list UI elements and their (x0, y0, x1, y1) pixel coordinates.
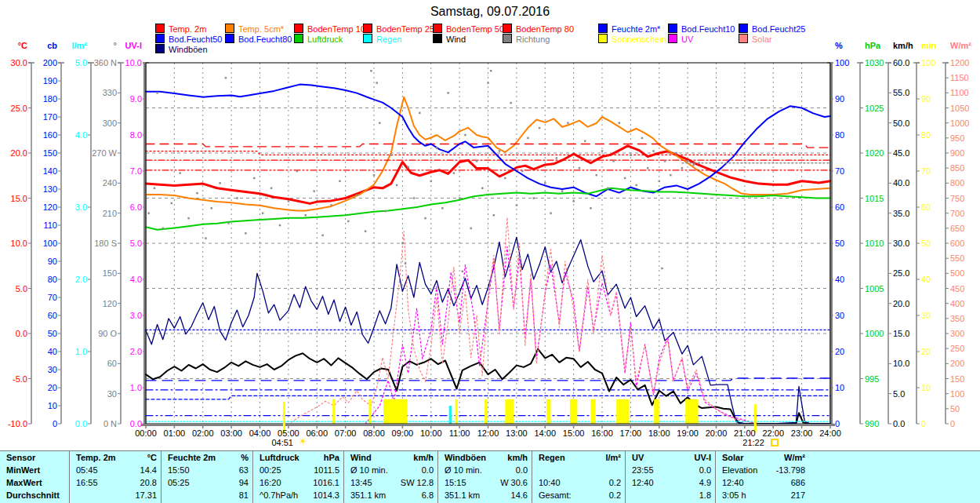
table-row: Ø 10 min.0.0 (438, 465, 532, 477)
axis-tick-label-wm2: 600 (950, 239, 964, 248)
scatter-dot-Richtung (490, 70, 492, 72)
x-axis-label: 02:00 (187, 428, 219, 438)
table-cell-value: UV-I (695, 452, 711, 464)
x-axis-label: 13:00 (501, 428, 532, 438)
table-cell-value: 1014.3 (313, 490, 339, 501)
scatter-dot-Richtung (499, 150, 501, 152)
axis-tick-label-deg: 240 (70, 179, 117, 188)
x-axis-label: 00:00 (130, 428, 162, 438)
axis-tick-label-cb: 110 (10, 221, 57, 230)
axis-tick-label-wm2: 1050 (950, 104, 969, 113)
table-cell-value: 20.8 (140, 477, 157, 489)
axis-unit-label-wm2: W/m² (950, 42, 971, 50)
x-axis-label: 19:00 (672, 428, 703, 438)
scatter-dot-Richtung (670, 174, 672, 177)
axis-tick-label-kmh: 30.0 (893, 239, 909, 248)
axis-tick-label-wm2: 500 (950, 269, 964, 278)
axis-tick-label-kmh: 0.0 (893, 420, 905, 428)
table-cell-time: 05:45 (76, 465, 98, 476)
scatter-dot-Richtung (407, 166, 409, 169)
table-cell-time: Windböen (445, 452, 486, 464)
axis-tick-label-wm2: 1150 (950, 74, 969, 82)
scatter-dot-Richtung (227, 222, 230, 224)
x-axis-label: 04:00 (245, 428, 276, 438)
axis-tick-label-hPa: 1020 (865, 149, 884, 158)
x-axis-label: 03:00 (216, 428, 247, 438)
axis-tick-label-lm2: 1.0 (40, 348, 87, 356)
axis-tick-label-wm2: 450 (950, 285, 964, 293)
table-cell-time: MaxWert (6, 477, 42, 489)
table-cell-value: SW 12.8 (401, 477, 434, 489)
axis-tick-label-kmh: 35.0 (893, 210, 909, 218)
table-cell-time: 15:15 (445, 477, 466, 489)
axis-tick-label-min: 0 (921, 420, 926, 428)
table-cell-value: 4.9 (699, 477, 711, 489)
axis-tick-label-wm2: 1200 (950, 59, 969, 67)
axis-tick-label-C: -5.0 (0, 375, 27, 384)
table-column-Feuchte 2m: Feuchte 2m%15:506305:259481 (161, 451, 253, 503)
scatter-dot-Richtung (210, 207, 212, 210)
scatter-dot-Richtung (370, 70, 372, 72)
scatter-dot-Richtung (590, 207, 592, 210)
axis-tick-label-cb: 130 (10, 185, 57, 194)
bar-Sonnenschein (383, 399, 408, 424)
scatter-dot-Richtung (436, 147, 438, 149)
sunset-sun-icon (771, 439, 779, 447)
scatter-dot-Richtung (641, 137, 644, 140)
axis-unit-label-min: min (921, 42, 937, 50)
scatter-dot-Richtung (459, 197, 461, 199)
scatter-dot-Richtung (419, 112, 421, 115)
x-axis-label: 09:00 (387, 428, 418, 438)
axis-tick-label-uvi: 4.0 (95, 275, 142, 284)
bar-Sonnenschein (616, 399, 629, 424)
scatter-dot-Richtung (245, 232, 247, 235)
axis-tick-label-lm2: 4.0 (40, 131, 87, 140)
table-row: 15:5063 (162, 465, 253, 477)
scatter-dot-Richtung (379, 122, 381, 124)
table-cell-value: 686 (791, 477, 805, 489)
scatter-dot-Richtung (664, 160, 666, 162)
axis-tick-label-kmh: 45.0 (893, 149, 909, 158)
axis-tick-label-wm2: 1000 (950, 119, 969, 128)
axis-tick-label-kmh: 55.0 (893, 89, 909, 97)
table-cell-time: ^0.7hPa/h (260, 490, 298, 501)
weather-day-chart: Samstag, 09.07.2016 Temp. 2mTemp. 5cm*Bo… (0, 0, 980, 503)
table-cell-time: 10:40 (539, 477, 561, 489)
axis-tick-label-wm2: 400 (950, 300, 964, 308)
table-row: 1.8 (626, 490, 716, 502)
axis-tick-label-wm2: 1100 (950, 89, 969, 97)
scatter-dot-Richtung (687, 160, 689, 162)
scatter-dot-Richtung (339, 180, 341, 183)
axis-tick-label-hPa: 1025 (865, 104, 884, 113)
axis-tick-label-kmh: 20.0 (893, 300, 909, 308)
axis-tick-label-wm2: 700 (950, 210, 964, 218)
table-cell-time: 351.1 km (350, 490, 386, 501)
scatter-dot-Richtung (196, 192, 198, 195)
table-cell-value: -13.798 (776, 465, 805, 476)
table-cell-value: 81 (239, 490, 249, 501)
axis-tick-label-min: 100 (921, 59, 935, 67)
axis-tick-label-kmh: 60.0 (893, 59, 909, 67)
table-cell-value: 6.8 (422, 490, 434, 501)
axis-tick-label-wm2: 300 (950, 330, 964, 338)
axis-tick-label-uvi: 9.0 (95, 95, 142, 104)
scatter-dot-Richtung (612, 160, 615, 162)
axis-tick-label-cb: 70 (10, 293, 57, 302)
table-column-UV: UVUV-I23:550.012:404.91.8 (625, 451, 716, 503)
table-row: 3:05 h217 (716, 490, 810, 502)
scatter-dot-Richtung (692, 164, 695, 166)
bar-Sonnenschein (546, 399, 550, 424)
table-column-Temp. 2m: Temp. 2m°C05:4514.416:5520.817.31 (69, 451, 162, 503)
table-row: 81 (162, 490, 253, 502)
axis-tick-label-kmh: 40.0 (893, 179, 909, 188)
scatter-dot-Richtung (413, 197, 416, 199)
table-cell-time: 00:25 (260, 465, 281, 476)
axis-tick-label-wm2: 750 (950, 195, 964, 203)
table-column-Luftdruck: LuftdruckhPa00:251011.516:201016.1^0.7hP… (252, 451, 344, 503)
scatter-dot-Richtung (376, 82, 378, 84)
scatter-dot-Richtung (596, 174, 598, 177)
table-cell-value: 17.31 (135, 490, 157, 501)
axis-tick-label-uvi: 2.0 (95, 348, 142, 356)
table-row: 12:40686 (716, 477, 810, 490)
x-axis-label: 21:00 (729, 428, 760, 438)
